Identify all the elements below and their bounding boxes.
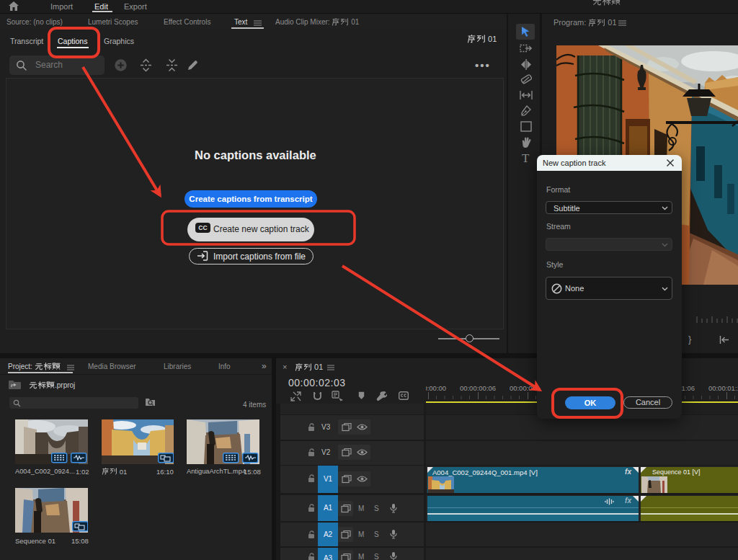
svg-text:00:00:00:06: 00:00:00:06 [460, 384, 496, 392]
svg-text:00:00:00:00: 00:00:00:00 [426, 384, 446, 392]
svg-text:00:00:01:12: 00:00:01:12 [708, 384, 738, 392]
